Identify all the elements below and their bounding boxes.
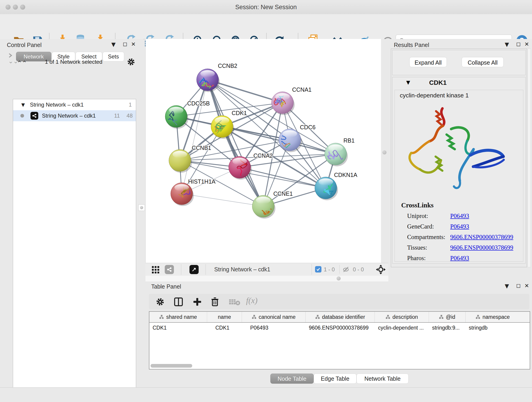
network-edge[interactable] xyxy=(182,80,208,194)
toolbar-divider xyxy=(181,264,181,275)
table-header-row: shared name name canonical name database… xyxy=(149,312,530,323)
network-summary: 1 of 1 Network selected xyxy=(45,59,102,65)
node-label: CDC25B xyxy=(187,100,210,107)
network-view-canvas[interactable]: CCNB2CCNA1CDC25BCDK1CDC6RB1CCNB1CCNA2CDK… xyxy=(146,39,381,263)
column-type-icon xyxy=(386,315,390,319)
network-edge[interactable] xyxy=(208,80,263,206)
column-header[interactable]: @id xyxy=(429,312,466,322)
birdseye-crosshair-icon[interactable] xyxy=(376,264,386,274)
network-options-gear-icon[interactable] xyxy=(127,57,136,66)
crosslink-tissues-link[interactable]: 9606.ENSP00000378699 xyxy=(450,244,513,251)
window-title: Session: New Session xyxy=(0,0,532,14)
crosslink-genecard-link[interactable]: P06493 xyxy=(450,223,469,230)
add-column-icon[interactable] xyxy=(192,297,202,307)
network-node-HIST1H1A[interactable]: HIST1H1A xyxy=(171,178,215,206)
network-edge[interactable] xyxy=(182,194,263,206)
collapse-all-button[interactable]: Collapse All xyxy=(462,57,504,67)
network-view-toolbar: String Network – cdk1 1 - 0 0 - 0 xyxy=(146,263,388,276)
control-panel-collapse-icon[interactable]: ▼ xyxy=(111,41,115,48)
string-view-badge-icon[interactable] xyxy=(165,265,174,274)
network-node-CCNB1[interactable]: CCNB1 xyxy=(169,145,211,173)
crosslink-uniprot-link[interactable]: P06493 xyxy=(450,212,469,220)
table-panel-float-icon[interactable]: ◻ xyxy=(516,282,521,289)
tab-edge-table[interactable]: Edge Table xyxy=(314,374,356,384)
selected-checkbox-icon[interactable] xyxy=(315,266,322,273)
toolbar-divider xyxy=(339,265,340,274)
network-collection-row[interactable]: ▼ String Network – cdk1 1 xyxy=(13,99,136,110)
column-type-icon xyxy=(252,315,256,319)
column-header[interactable]: description xyxy=(375,312,429,322)
results-panel-float-icon[interactable]: ◻ xyxy=(516,41,521,47)
table-horizontal-scrollbar[interactable] xyxy=(151,364,192,368)
current-network-name: String Network – cdk1 xyxy=(214,266,270,273)
gene-detail-box: cyclin-dependent kinase 1 CrossL xyxy=(394,90,523,262)
status-bar: Memory xyxy=(0,387,532,402)
protein-structure-image xyxy=(402,102,516,198)
node-label: RB1 xyxy=(343,137,355,144)
gene-collapse-caret-icon[interactable]: ▼ xyxy=(406,80,410,85)
results-panel-collapse-icon[interactable]: ▼ xyxy=(505,41,509,48)
column-header[interactable]: shared name xyxy=(149,312,207,322)
node-label: CDC6 xyxy=(300,124,316,130)
left-splitter-handle[interactable] xyxy=(138,204,145,211)
cytoscape-window: Session: New Session xyxy=(0,0,532,402)
main-toolbar: ? xyxy=(0,14,532,39)
control-panel-close-icon[interactable]: ✕ xyxy=(131,41,136,47)
table-panel-close-icon[interactable]: ✕ xyxy=(525,283,529,289)
results-panel-close-icon[interactable]: ✕ xyxy=(525,41,529,47)
crosslink-label: Pharos: xyxy=(407,255,426,262)
results-buttons-box: Expand All Collapse All xyxy=(392,50,526,75)
column-header[interactable]: name xyxy=(207,312,242,322)
tab-network-table[interactable]: Network Table xyxy=(356,374,409,384)
crosslink-pharos-link[interactable]: P06493 xyxy=(450,255,469,262)
network-graph: CCNB2CCNA1CDC25BCDK1CDC6RB1CCNB1CCNA2CDK… xyxy=(146,39,381,263)
results-scrollbar[interactable] xyxy=(527,49,531,267)
tab-sets[interactable]: Sets xyxy=(103,52,124,61)
horizontal-splitter-handle[interactable] xyxy=(336,276,341,281)
tree-expand-caret-icon[interactable]: ▼ xyxy=(21,102,25,108)
selected-counts: 1 - 0 xyxy=(324,266,335,273)
node-label: HIST1H1A xyxy=(188,178,215,185)
right-splitter-handle[interactable] xyxy=(382,150,386,154)
network-node-CCNA2[interactable]: CCNA2 xyxy=(229,153,273,184)
results-panel-title: Results Panel xyxy=(394,42,429,48)
column-header[interactable]: database identifier xyxy=(306,312,375,322)
collapse-all-icon[interactable]: ⌃⌃ xyxy=(17,60,27,67)
network-label: String Network – cdk1 xyxy=(42,113,96,119)
control-panel-float-icon[interactable]: ◻ xyxy=(123,41,127,47)
delete-column-trash-icon[interactable] xyxy=(210,297,220,307)
node-label: CCNE1 xyxy=(273,191,293,197)
edge-count: 48 xyxy=(127,113,133,119)
network-tree: ▼ String Network – cdk1 1 String Network… xyxy=(13,99,136,402)
network-node-CCNA1[interactable]: CCNA1 xyxy=(272,86,312,115)
expand-all-button[interactable]: Expand All xyxy=(409,57,447,67)
node-label: CDK1 xyxy=(232,110,247,116)
network-node-CDC25B[interactable]: CDC25B xyxy=(165,100,210,129)
hidden-counts: 0 - 0 xyxy=(353,266,364,273)
node-label: CCNA2 xyxy=(253,153,273,159)
table-options-gear-icon[interactable] xyxy=(155,297,165,307)
node-table: shared name name canonical name database… xyxy=(149,311,530,370)
node-label: CDKN1A xyxy=(334,172,357,178)
network-node-RB1[interactable]: RB1 xyxy=(322,137,355,166)
column-header[interactable]: canonical name xyxy=(242,312,306,322)
title-bar: Session: New Session xyxy=(0,0,532,14)
table-panel-collapse-icon[interactable]: ▼ xyxy=(505,283,509,289)
node-label: CCNA1 xyxy=(292,86,312,93)
grid-view-icon[interactable] xyxy=(152,266,160,274)
tab-node-table[interactable]: Node Table xyxy=(270,374,314,384)
hidden-eye-icon[interactable] xyxy=(342,266,350,273)
crosslink-compartments-link[interactable]: 9606.ENSP00000378699 xyxy=(450,234,513,241)
show-columns-icon[interactable] xyxy=(174,297,183,307)
table-row[interactable]: CDK1 CDK1 P06493 9606.ENSP00000378699 cy… xyxy=(149,323,530,333)
node-count: 11 xyxy=(114,113,120,119)
network-row-selected[interactable]: String Network – cdk1 11 48 xyxy=(13,110,136,121)
network-node-CDKN1A[interactable]: CDKN1A xyxy=(315,172,357,200)
crosslink-label: Compartments: xyxy=(407,234,445,241)
column-header[interactable]: namespace xyxy=(466,312,530,322)
node-label: CCNB1 xyxy=(192,145,211,151)
crosslink-label: GeneCard: xyxy=(407,223,434,230)
function-builder-icon-disabled: f(x) xyxy=(246,296,258,305)
network-node-CDK1[interactable]: CDK1 xyxy=(211,110,247,139)
open-in-window-icon[interactable] xyxy=(190,265,199,274)
